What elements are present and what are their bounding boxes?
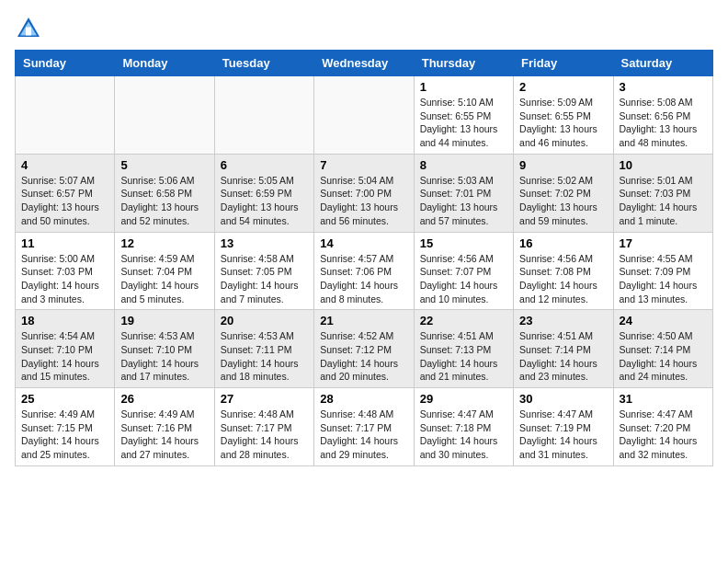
calendar-cell: 21Sunrise: 4:52 AMSunset: 7:12 PMDayligh… xyxy=(314,310,414,388)
calendar-cell: 5Sunrise: 5:06 AMSunset: 6:58 PMDaylight… xyxy=(115,154,214,232)
calendar-cell: 26Sunrise: 4:49 AMSunset: 7:16 PMDayligh… xyxy=(115,388,214,466)
day-number: 1 xyxy=(420,80,507,94)
day-info: Sunrise: 4:48 AMSunset: 7:17 PMDaylight:… xyxy=(221,408,308,462)
calendar-cell: 4Sunrise: 5:07 AMSunset: 6:57 PMDaylight… xyxy=(16,154,115,232)
weekday-header-sunday: Sunday xyxy=(16,51,115,76)
calendar-cell xyxy=(16,76,115,155)
day-info: Sunrise: 5:08 AMSunset: 6:56 PMDaylight:… xyxy=(620,96,707,150)
day-info: Sunrise: 5:07 AMSunset: 6:57 PMDaylight:… xyxy=(21,174,108,228)
calendar-cell: 29Sunrise: 4:47 AMSunset: 7:18 PMDayligh… xyxy=(414,388,513,466)
day-info: Sunrise: 5:04 AMSunset: 7:00 PMDaylight:… xyxy=(320,174,407,228)
calendar-cell: 11Sunrise: 5:00 AMSunset: 7:03 PMDayligh… xyxy=(16,232,115,310)
calendar-cell xyxy=(214,76,313,155)
day-info: Sunrise: 4:52 AMSunset: 7:12 PMDaylight:… xyxy=(320,329,407,384)
day-number: 14 xyxy=(320,236,407,250)
day-info: Sunrise: 4:58 AMSunset: 7:05 PMDaylight:… xyxy=(221,252,308,306)
calendar-cell: 1Sunrise: 5:10 AMSunset: 6:55 PMDaylight… xyxy=(414,76,513,155)
day-number: 21 xyxy=(320,314,407,327)
day-number: 22 xyxy=(420,314,507,327)
day-info: Sunrise: 5:02 AMSunset: 7:02 PMDaylight:… xyxy=(519,174,607,228)
day-number: 12 xyxy=(120,236,208,250)
calendar-cell xyxy=(115,76,214,155)
weekday-header-monday: Monday xyxy=(115,51,214,76)
day-info: Sunrise: 5:03 AMSunset: 7:01 PMDaylight:… xyxy=(420,174,507,228)
day-number: 20 xyxy=(221,314,308,327)
day-number: 31 xyxy=(620,392,707,406)
day-number: 18 xyxy=(21,314,108,327)
svg-rect-2 xyxy=(26,28,31,36)
weekday-header-wednesday: Wednesday xyxy=(314,51,414,76)
day-info: Sunrise: 5:01 AMSunset: 7:03 PMDaylight:… xyxy=(620,174,707,228)
weekday-header-friday: Friday xyxy=(514,51,613,76)
day-number: 16 xyxy=(519,236,607,250)
day-number: 4 xyxy=(21,158,108,172)
calendar-cell: 13Sunrise: 4:58 AMSunset: 7:05 PMDayligh… xyxy=(214,232,313,310)
day-info: Sunrise: 4:56 AMSunset: 7:07 PMDaylight:… xyxy=(420,252,507,306)
day-number: 23 xyxy=(519,314,607,327)
day-number: 25 xyxy=(21,392,108,406)
calendar-cell: 31Sunrise: 4:47 AMSunset: 7:20 PMDayligh… xyxy=(613,388,712,466)
calendar-week-row: 18Sunrise: 4:54 AMSunset: 7:10 PMDayligh… xyxy=(16,310,713,388)
weekday-header-tuesday: Tuesday xyxy=(214,51,313,76)
day-info: Sunrise: 5:10 AMSunset: 6:55 PMDaylight:… xyxy=(420,96,507,150)
day-info: Sunrise: 4:50 AMSunset: 7:14 PMDaylight:… xyxy=(620,329,707,384)
day-info: Sunrise: 4:54 AMSunset: 7:10 PMDaylight:… xyxy=(21,329,108,384)
day-info: Sunrise: 4:57 AMSunset: 7:06 PMDaylight:… xyxy=(320,252,407,306)
day-number: 26 xyxy=(120,392,208,406)
calendar-cell: 9Sunrise: 5:02 AMSunset: 7:02 PMDaylight… xyxy=(514,154,613,232)
calendar-cell: 15Sunrise: 4:56 AMSunset: 7:07 PMDayligh… xyxy=(414,232,513,310)
day-number: 17 xyxy=(620,236,707,250)
day-info: Sunrise: 4:48 AMSunset: 7:17 PMDaylight:… xyxy=(320,408,407,462)
day-number: 5 xyxy=(120,158,208,172)
day-info: Sunrise: 4:47 AMSunset: 7:18 PMDaylight:… xyxy=(420,408,507,462)
day-number: 3 xyxy=(620,80,707,94)
day-info: Sunrise: 4:47 AMSunset: 7:20 PMDaylight:… xyxy=(620,408,707,462)
calendar-cell: 3Sunrise: 5:08 AMSunset: 6:56 PMDaylight… xyxy=(613,76,712,155)
page-header xyxy=(15,15,713,42)
weekday-header-row: SundayMondayTuesdayWednesdayThursdayFrid… xyxy=(16,51,713,76)
calendar-cell: 16Sunrise: 4:56 AMSunset: 7:08 PMDayligh… xyxy=(514,232,613,310)
weekday-header-thursday: Thursday xyxy=(414,51,513,76)
day-number: 27 xyxy=(221,392,308,406)
calendar-cell: 20Sunrise: 4:53 AMSunset: 7:11 PMDayligh… xyxy=(214,310,313,388)
calendar-cell: 22Sunrise: 4:51 AMSunset: 7:13 PMDayligh… xyxy=(414,310,513,388)
calendar-cell: 10Sunrise: 5:01 AMSunset: 7:03 PMDayligh… xyxy=(613,154,712,232)
day-number: 29 xyxy=(420,392,507,406)
day-info: Sunrise: 4:53 AMSunset: 7:10 PMDaylight:… xyxy=(120,329,208,384)
day-info: Sunrise: 4:49 AMSunset: 7:16 PMDaylight:… xyxy=(120,408,208,462)
calendar-week-row: 4Sunrise: 5:07 AMSunset: 6:57 PMDaylight… xyxy=(16,154,713,232)
day-info: Sunrise: 4:49 AMSunset: 7:15 PMDaylight:… xyxy=(21,408,108,462)
day-number: 7 xyxy=(320,158,407,172)
weekday-header-saturday: Saturday xyxy=(613,51,712,76)
day-number: 24 xyxy=(620,314,707,327)
day-number: 15 xyxy=(420,236,507,250)
calendar-cell: 2Sunrise: 5:09 AMSunset: 6:55 PMDaylight… xyxy=(514,76,613,155)
calendar-cell xyxy=(314,76,414,155)
day-info: Sunrise: 4:53 AMSunset: 7:11 PMDaylight:… xyxy=(221,329,308,384)
calendar-cell: 7Sunrise: 5:04 AMSunset: 7:00 PMDaylight… xyxy=(314,154,414,232)
day-number: 19 xyxy=(120,314,208,327)
day-number: 30 xyxy=(519,392,607,406)
calendar-cell: 25Sunrise: 4:49 AMSunset: 7:15 PMDayligh… xyxy=(16,388,115,466)
calendar-week-row: 1Sunrise: 5:10 AMSunset: 6:55 PMDaylight… xyxy=(16,76,713,155)
calendar-table: SundayMondayTuesdayWednesdayThursdayFrid… xyxy=(15,50,713,466)
calendar-week-row: 25Sunrise: 4:49 AMSunset: 7:15 PMDayligh… xyxy=(16,388,713,466)
day-info: Sunrise: 4:59 AMSunset: 7:04 PMDaylight:… xyxy=(120,252,208,306)
day-info: Sunrise: 5:09 AMSunset: 6:55 PMDaylight:… xyxy=(519,96,607,150)
calendar-week-row: 11Sunrise: 5:00 AMSunset: 7:03 PMDayligh… xyxy=(16,232,713,310)
calendar-cell: 23Sunrise: 4:51 AMSunset: 7:14 PMDayligh… xyxy=(514,310,613,388)
day-info: Sunrise: 4:55 AMSunset: 7:09 PMDaylight:… xyxy=(620,252,707,306)
calendar-cell: 14Sunrise: 4:57 AMSunset: 7:06 PMDayligh… xyxy=(314,232,414,310)
day-number: 8 xyxy=(420,158,507,172)
day-number: 10 xyxy=(620,158,707,172)
calendar-cell: 27Sunrise: 4:48 AMSunset: 7:17 PMDayligh… xyxy=(214,388,313,466)
calendar-cell: 18Sunrise: 4:54 AMSunset: 7:10 PMDayligh… xyxy=(16,310,115,388)
day-info: Sunrise: 4:47 AMSunset: 7:19 PMDaylight:… xyxy=(519,408,607,462)
calendar-cell: 19Sunrise: 4:53 AMSunset: 7:10 PMDayligh… xyxy=(115,310,214,388)
day-number: 2 xyxy=(519,80,607,94)
logo-icon xyxy=(15,15,42,42)
calendar-cell: 6Sunrise: 5:05 AMSunset: 6:59 PMDaylight… xyxy=(214,154,313,232)
calendar-cell: 28Sunrise: 4:48 AMSunset: 7:17 PMDayligh… xyxy=(314,388,414,466)
day-info: Sunrise: 5:00 AMSunset: 7:03 PMDaylight:… xyxy=(21,252,108,306)
calendar-cell: 12Sunrise: 4:59 AMSunset: 7:04 PMDayligh… xyxy=(115,232,214,310)
